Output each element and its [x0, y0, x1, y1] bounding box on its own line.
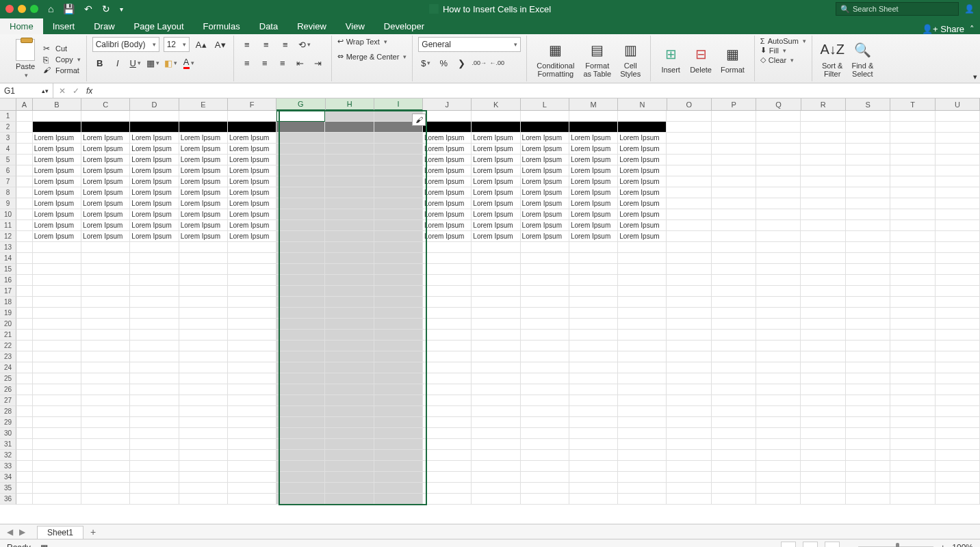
cell-A5[interactable]: [16, 155, 33, 165]
cell-M12[interactable]: Lorem Ipsum: [569, 231, 618, 242]
cell-T28[interactable]: [890, 406, 935, 417]
cell-K33[interactable]: [472, 461, 520, 472]
cell-H16[interactable]: [325, 275, 374, 286]
paste-options-icon[interactable]: 🖌: [412, 114, 426, 126]
cell-Q7[interactable]: [756, 176, 801, 187]
cell-C34[interactable]: [81, 472, 130, 483]
undo-icon[interactable]: ↶: [84, 3, 92, 14]
cell-A33[interactable]: [16, 461, 33, 472]
cell-R34[interactable]: [801, 472, 845, 483]
increase-indent-icon[interactable]: ⇥: [311, 55, 326, 70]
cell-K11[interactable]: Lorem Ipsum: [472, 220, 520, 231]
cell-H5[interactable]: [325, 155, 374, 165]
cell-M36[interactable]: [569, 494, 618, 505]
cell-H22[interactable]: [325, 341, 374, 351]
cell-J23[interactable]: [423, 351, 472, 362]
cell-D26[interactable]: [130, 384, 179, 395]
formula-input[interactable]: [98, 83, 980, 98]
cell-O7[interactable]: [667, 176, 711, 187]
cell-G22[interactable]: [276, 341, 325, 351]
cell-H9[interactable]: [325, 198, 374, 209]
cell-L21[interactable]: [521, 330, 569, 341]
cell-J13[interactable]: [423, 242, 472, 253]
cell-F10[interactable]: Lorem Ipsum: [228, 209, 276, 220]
cell-H23[interactable]: [325, 351, 374, 362]
cell-N3[interactable]: Lorem Ipsum: [618, 133, 667, 144]
cell-A13[interactable]: [16, 242, 33, 253]
cell-F6[interactable]: Lorem Ipsum: [228, 165, 276, 176]
cell-O28[interactable]: [667, 406, 711, 417]
paste-button[interactable]: Paste▾: [8, 39, 42, 79]
cell-D14[interactable]: [130, 253, 179, 264]
cell-M7[interactable]: Lorem Ipsum: [569, 176, 618, 187]
cell-I30[interactable]: [374, 428, 423, 439]
cell-M23[interactable]: [569, 351, 618, 362]
cell-E23[interactable]: [179, 351, 228, 362]
share-button[interactable]: 👤+ Share: [922, 24, 964, 34]
column-header-N[interactable]: N: [618, 98, 667, 111]
cell-U31[interactable]: [936, 439, 980, 450]
cell-Q22[interactable]: [756, 341, 801, 351]
cell-J18[interactable]: [423, 297, 472, 308]
align-center-icon[interactable]: ≡: [257, 55, 272, 70]
cell-O6[interactable]: [667, 165, 711, 176]
cell-F2[interactable]: [228, 122, 276, 133]
cell-U28[interactable]: [936, 406, 980, 417]
cell-A28[interactable]: [16, 406, 33, 417]
cell-M3[interactable]: Lorem Ipsum: [569, 133, 618, 144]
cell-T5[interactable]: [890, 155, 935, 165]
cell-S14[interactable]: [846, 253, 890, 264]
cell-styles-button[interactable]: ▥Cell Styles: [616, 37, 645, 80]
cell-K3[interactable]: Lorem Ipsum: [472, 133, 520, 144]
cell-R12[interactable]: [801, 231, 845, 242]
row-header-25[interactable]: 25: [0, 373, 16, 384]
cell-I21[interactable]: [374, 330, 423, 341]
column-header-B[interactable]: B: [33, 98, 81, 111]
cell-A14[interactable]: [16, 253, 33, 264]
cell-G10[interactable]: [276, 209, 325, 220]
cell-U12[interactable]: [936, 231, 980, 242]
cell-N12[interactable]: Lorem Ipsum: [618, 231, 667, 242]
cell-Q25[interactable]: [756, 373, 801, 384]
cell-P8[interactable]: [712, 187, 756, 198]
cell-U20[interactable]: [936, 319, 980, 330]
cell-F28[interactable]: [228, 406, 276, 417]
cell-C3[interactable]: Lorem Ipsum: [81, 133, 130, 144]
cell-H19[interactable]: [325, 308, 374, 319]
cell-P33[interactable]: [712, 461, 756, 472]
cell-T34[interactable]: [890, 472, 935, 483]
cell-I3[interactable]: [374, 133, 423, 144]
cell-M17[interactable]: [569, 286, 618, 297]
cell-I11[interactable]: [374, 220, 423, 231]
cell-M22[interactable]: [569, 341, 618, 351]
cell-L13[interactable]: [521, 242, 569, 253]
cell-N7[interactable]: Lorem Ipsum: [618, 176, 667, 187]
cell-E21[interactable]: [179, 330, 228, 341]
cell-J5[interactable]: Lorem Ipsum: [423, 155, 472, 165]
cell-R23[interactable]: [801, 351, 845, 362]
cell-B26[interactable]: [33, 384, 81, 395]
cell-G5[interactable]: [276, 155, 325, 165]
cell-O18[interactable]: [667, 297, 711, 308]
cell-O13[interactable]: [667, 242, 711, 253]
cell-O10[interactable]: [667, 209, 711, 220]
row-header-7[interactable]: 7: [0, 176, 16, 187]
redo-icon[interactable]: ↻: [102, 3, 110, 14]
cell-L27[interactable]: [521, 395, 569, 406]
cell-A27[interactable]: [16, 395, 33, 406]
cell-H14[interactable]: [325, 253, 374, 264]
cell-K26[interactable]: [472, 384, 520, 395]
cell-L2[interactable]: [521, 122, 569, 133]
cell-E19[interactable]: [179, 308, 228, 319]
cell-S17[interactable]: [846, 286, 890, 297]
cell-T25[interactable]: [890, 373, 935, 384]
cell-D10[interactable]: Lorem Ipsum: [130, 209, 179, 220]
cell-K24[interactable]: [472, 362, 520, 373]
italic-button[interactable]: I: [110, 55, 125, 70]
cell-Q9[interactable]: [756, 198, 801, 209]
cell-S31[interactable]: [846, 439, 890, 450]
cell-F32[interactable]: [228, 450, 276, 461]
conditional-formatting-button[interactable]: ▦Conditional Formatting: [532, 37, 578, 80]
cell-J4[interactable]: Lorem Ipsum: [423, 144, 472, 155]
cell-J32[interactable]: [423, 450, 472, 461]
